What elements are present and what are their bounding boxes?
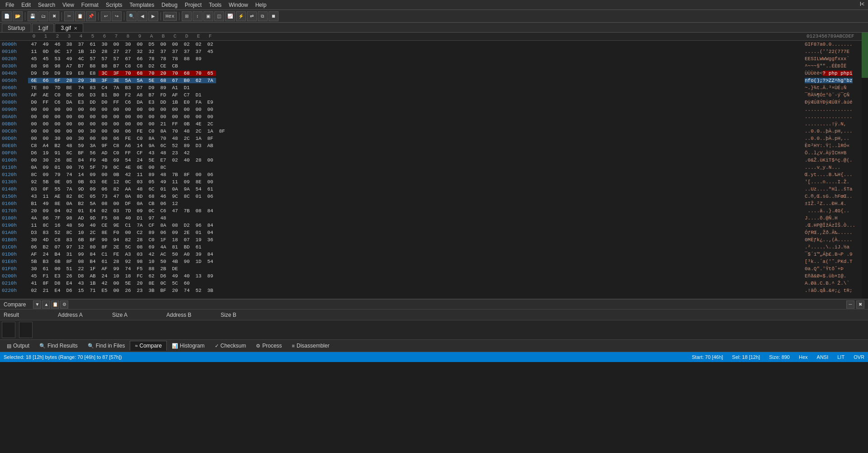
tab-1gif[interactable]: 1.gif (32, 24, 54, 32)
hex-byte[interactable]: 11 (169, 179, 181, 185)
new-btn[interactable]: 📄 (2, 11, 12, 21)
hex-byte[interactable]: 5E (122, 281, 134, 286)
hex-byte[interactable]: 00 (63, 129, 75, 134)
hex-byte[interactable]: FE (122, 136, 134, 141)
hex-byte[interactable]: 98 (134, 259, 146, 264)
hex-byte[interactable]: 89 (193, 56, 204, 62)
hex-byte[interactable]: 7A (134, 223, 146, 228)
hex-byte[interactable]: 43 (146, 150, 157, 156)
hex-byte[interactable]: 0D (40, 49, 52, 54)
misc-btn6[interactable]: ⚡ (236, 11, 246, 21)
hex-byte[interactable]: E8 (87, 71, 99, 76)
hex-byte[interactable]: 11 (28, 223, 40, 228)
hex-byte[interactable]: 08 (169, 223, 181, 228)
hex-byte[interactable]: A0 (181, 252, 193, 257)
hex-byte[interactable]: 98 (40, 63, 52, 69)
hex-byte[interactable]: 89 (181, 143, 193, 148)
hex-byte[interactable]: D1 (181, 85, 193, 91)
hex-byte[interactable]: AE (52, 194, 63, 199)
hex-byte[interactable]: 24 (99, 273, 110, 279)
hex-byte[interactable]: 74 (122, 266, 134, 272)
tab-3gif[interactable]: 3.gif✕ (55, 24, 83, 32)
hex-byte[interactable]: 03 (28, 186, 40, 192)
hex-byte[interactable]: 26 (122, 288, 134, 293)
hex-byte[interactable]: 00 (122, 121, 134, 127)
hex-byte[interactable]: FD (157, 92, 169, 98)
hex-byte[interactable]: 30 (28, 266, 40, 272)
hex-byte[interactable]: 47 (169, 208, 181, 214)
hex-byte[interactable]: 00 (63, 165, 75, 170)
hex-byte[interactable]: 00 (110, 281, 122, 286)
hex-byte[interactable]: D3 (28, 230, 40, 235)
hex-byte[interactable]: 01 (52, 165, 63, 170)
hex-byte[interactable]: 54 (204, 259, 216, 264)
hex-byte[interactable]: 20 (169, 288, 181, 293)
hex-byte[interactable]: 49 (63, 56, 75, 62)
hex-byte[interactable]: 7A (110, 85, 122, 91)
hex-byte[interactable]: 62 (193, 78, 204, 83)
undo-btn[interactable]: ↩ (101, 11, 111, 21)
hex-byte[interactable]: 0C (157, 281, 169, 286)
hex-byte[interactable]: 96 (193, 223, 204, 228)
hex-byte[interactable]: 30 (122, 42, 134, 47)
menu-item-format[interactable]: Format (78, 1, 102, 9)
hex-byte[interactable]: 89 (204, 273, 216, 279)
hex-byte[interactable]: 8F (216, 129, 228, 134)
hex-byte[interactable]: 60 (181, 281, 193, 286)
hex-byte[interactable]: 45 (204, 49, 216, 54)
hex-byte[interactable]: BF (75, 150, 87, 156)
tab-Startup[interactable]: Startup (2, 24, 31, 32)
hex-byte[interactable]: 26 (52, 157, 63, 163)
hex-byte[interactable]: 00 (87, 121, 99, 127)
hex-byte[interactable]: 00 (28, 107, 40, 112)
hex-byte[interactable]: 28 (134, 237, 146, 243)
hex-byte[interactable]: 06 (28, 244, 40, 250)
hex-byte[interactable]: 74 (63, 172, 75, 177)
hex-byte[interactable]: 1F (87, 266, 99, 272)
hex-byte[interactable]: 09 (134, 208, 146, 214)
hex-byte[interactable]: BF (87, 237, 99, 243)
hex-byte[interactable]: D6 (28, 150, 40, 156)
hex-byte[interactable]: 20 (134, 281, 146, 286)
hex-byte[interactable]: E8 (75, 71, 87, 76)
menu-item-project[interactable]: Project (181, 1, 205, 9)
hex-byte[interactable]: 00 (52, 121, 63, 127)
find-next-btn[interactable]: ▶ (148, 11, 158, 21)
hex-byte[interactable]: 00 (110, 107, 122, 112)
hex-byte[interactable]: 84 (87, 252, 99, 257)
hex-byte[interactable]: 54 (122, 157, 134, 163)
hex-byte[interactable]: 70 (146, 71, 157, 76)
hex-byte[interactable]: 08 (193, 208, 204, 214)
hex-byte[interactable]: F2 (122, 92, 134, 98)
menu-item-search[interactable]: Search (34, 1, 59, 9)
hex-byte[interactable]: 00 (204, 107, 216, 112)
bottom-tab-compare[interactable]: ≈Compare (130, 341, 166, 351)
hex-byte[interactable]: 42 (181, 150, 193, 156)
hex-byte[interactable]: 8F (40, 281, 52, 286)
hex-byte[interactable]: 98 (52, 63, 63, 69)
hex-byte[interactable]: 69 (146, 244, 157, 250)
hex-byte[interactable]: 7A (204, 78, 216, 83)
hex-byte[interactable]: 2C (204, 121, 216, 127)
hex-byte[interactable]: 32 (134, 49, 146, 54)
misc-btn9[interactable]: ⏹ (269, 11, 278, 21)
hex-byte[interactable]: 03 (134, 252, 146, 257)
hex-byte[interactable]: 30 (75, 136, 87, 141)
hex-byte[interactable]: F1 (40, 273, 52, 279)
hex-byte[interactable]: 00 (193, 107, 204, 112)
hex-byte[interactable]: 01 (75, 208, 87, 214)
hex-byte[interactable]: 48 (157, 215, 169, 221)
hex-byte[interactable]: 79 (99, 165, 110, 170)
hex-byte[interactable]: 02 (28, 288, 40, 293)
hex-byte[interactable]: 00 (181, 114, 193, 119)
hex-byte[interactable]: C0 (146, 237, 157, 243)
find-prev-btn[interactable]: ◀ (137, 11, 147, 21)
hex-byte[interactable]: 97 (63, 244, 75, 250)
hex-byte[interactable]: C8 (134, 63, 146, 69)
hex-byte[interactable]: 23 (169, 150, 181, 156)
hex-byte[interactable]: 70 (122, 71, 134, 76)
hex-byte[interactable]: 00 (28, 129, 40, 134)
hex-byte[interactable]: 40 (181, 157, 193, 163)
hex-byte[interactable]: 00 (134, 114, 146, 119)
hex-byte[interactable]: 0C (146, 208, 157, 214)
